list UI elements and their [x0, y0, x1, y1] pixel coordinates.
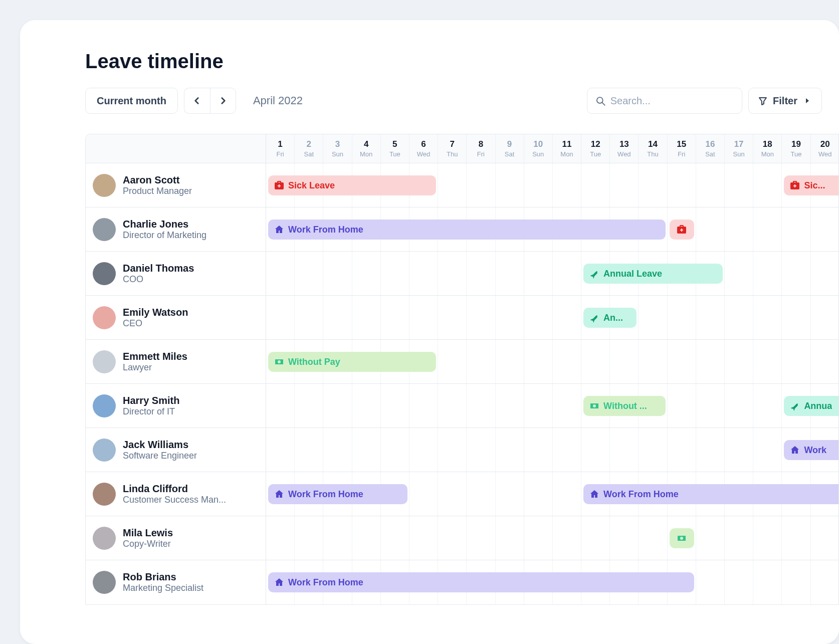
employee-cell[interactable]: Jack Williams Software Engineer	[86, 428, 266, 472]
employee-cell[interactable]: Linda Clifford Customer Success Man...	[86, 472, 266, 516]
header-day: 16 Sat	[696, 134, 725, 163]
avatar	[93, 218, 116, 241]
employee-cell[interactable]: Emily Watson CEO	[86, 296, 266, 339]
leave-bar-annual[interactable]: Annual Leave	[583, 264, 723, 284]
employee-name: Emmett Miles	[123, 351, 187, 362]
leave-bar-annual[interactable]: An...	[583, 308, 637, 328]
medkit-icon	[274, 180, 284, 190]
leave-bar-wfh[interactable]: Work	[784, 440, 839, 460]
search-field[interactable]	[587, 88, 742, 114]
employee-info: Jack Williams Software Engineer	[123, 439, 197, 461]
header-day-name: Wed	[811, 150, 839, 158]
leave-bar-label: Sic...	[804, 180, 825, 191]
leave-bar-wfh[interactable]: Work From Home	[268, 572, 694, 592]
timeline-lane: Annual Leave	[266, 252, 839, 295]
employee-cell[interactable]: Aaron Scott Product Manager	[86, 163, 266, 207]
leave-bar-annual[interactable]: Annua	[784, 396, 839, 416]
employee-cell[interactable]: Charlie Jones Director of Marketing	[86, 207, 266, 251]
avatar	[93, 174, 116, 197]
home-icon	[589, 489, 599, 499]
employee-cell[interactable]: Mila Lewis Copy-Writer	[86, 516, 266, 560]
medkit-icon	[790, 180, 800, 190]
leave-bar-wfh[interactable]: Work From Home	[268, 484, 407, 504]
header-day-number: 14	[639, 139, 667, 149]
employee-row: Aaron Scott Product Manager Sick LeaveSi…	[86, 163, 838, 207]
header-day: 3 Sun	[323, 134, 352, 163]
employee-role: Director of Marketing	[123, 230, 206, 241]
prev-month-button[interactable]	[184, 88, 210, 114]
plane-icon	[589, 313, 599, 323]
bar-layer: Work From HomeWork From Home	[266, 472, 839, 516]
header-day: 7 Thu	[438, 134, 467, 163]
employee-row: Jack Williams Software Engineer Work	[86, 428, 838, 472]
header-day-name: Sat	[496, 150, 524, 158]
leave-bar-label: Annua	[804, 401, 832, 411]
next-month-button[interactable]	[210, 88, 236, 114]
caret-right-icon	[802, 96, 812, 106]
avatar	[93, 306, 116, 329]
header-day: 20 Wed	[811, 134, 839, 163]
employee-name: Aaron Scott	[123, 174, 192, 186]
timeline-lane: Work From Home	[266, 207, 839, 251]
header-day: 15 Fri	[668, 134, 696, 163]
header-employee-col	[86, 134, 266, 163]
header-day: 18 Mon	[753, 134, 782, 163]
header-day: 12 Tue	[581, 134, 610, 163]
filter-button[interactable]: Filter	[748, 88, 822, 114]
filter-label: Filter	[773, 95, 797, 107]
leave-bar-label: Work	[804, 445, 826, 456]
avatar	[93, 527, 116, 550]
app-card: Leave timeline Current month April 2022 …	[20, 20, 839, 644]
bar-layer: Without Pay	[266, 340, 839, 383]
employee-info: Harry Smith Director of IT	[123, 395, 179, 417]
leave-bar-nopay[interactable]: Without ...	[583, 396, 666, 416]
bar-layer: Work From Home	[266, 560, 839, 604]
employee-info: Daniel Thomas COO	[123, 263, 194, 285]
avatar	[93, 350, 116, 373]
leave-bar-sick[interactable]: Sick Leave	[268, 175, 436, 195]
header-day-number: 2	[295, 139, 323, 149]
header-day-number: 1	[266, 139, 294, 149]
leave-bar-nopay[interactable]: Without Pay	[268, 352, 436, 372]
timeline-grid: 1 Fri2 Sat3 Sun4 Mon5 Tue6 Wed7 Thu8 Fri…	[85, 134, 839, 605]
chevron-left-icon	[191, 95, 202, 106]
leave-bar-label: Without Pay	[288, 357, 340, 367]
timeline-lane: Sick LeaveSic...	[266, 163, 839, 207]
home-icon	[790, 445, 800, 455]
date-range-button[interactable]: Current month	[85, 88, 178, 114]
leave-bar-label: Work From Home	[288, 577, 363, 588]
header-day: 19 Tue	[782, 134, 810, 163]
employee-cell[interactable]: Daniel Thomas COO	[86, 252, 266, 295]
leave-bar-wfh[interactable]: Work From Home	[583, 484, 839, 504]
employee-name: Mila Lewis	[123, 527, 173, 539]
employee-info: Emmett Miles Lawyer	[123, 351, 187, 373]
employee-name: Jack Williams	[123, 439, 197, 451]
employee-role: Lawyer	[123, 362, 187, 373]
header-day: 13 Wed	[610, 134, 639, 163]
header-day-number: 7	[438, 139, 466, 149]
leave-bar-nopay[interactable]	[670, 528, 694, 548]
bar-layer: Work From Home	[266, 207, 839, 251]
header-day-number: 3	[323, 139, 351, 149]
employee-cell[interactable]: Harry Smith Director of IT	[86, 384, 266, 427]
employee-row: Linda Clifford Customer Success Man... W…	[86, 472, 838, 516]
leave-bar-wfh[interactable]: Work From Home	[268, 220, 666, 240]
header-row: 1 Fri2 Sat3 Sun4 Mon5 Tue6 Wed7 Thu8 Fri…	[86, 134, 838, 163]
header-day-number: 16	[696, 139, 724, 149]
employee-name: Charlie Jones	[123, 219, 206, 230]
leave-bar-sick[interactable]	[670, 220, 694, 240]
header-day: 4 Mon	[352, 134, 381, 163]
search-input[interactable]	[610, 95, 734, 107]
avatar	[93, 571, 116, 594]
leave-bar-sick[interactable]: Sic...	[784, 175, 839, 195]
employee-role: Director of IT	[123, 406, 179, 417]
header-day: 10 Sun	[524, 134, 553, 163]
leave-bar-label: Work From Home	[288, 489, 363, 500]
employee-info: Charlie Jones Director of Marketing	[123, 219, 206, 241]
header-day-number: 18	[753, 139, 781, 149]
header-day-name: Thu	[639, 150, 667, 158]
employee-cell[interactable]: Emmett Miles Lawyer	[86, 340, 266, 383]
avatar	[93, 483, 116, 506]
employee-row: Harry Smith Director of IT Without ...An…	[86, 384, 838, 428]
employee-cell[interactable]: Rob Brians Marketing Specialist	[86, 560, 266, 604]
